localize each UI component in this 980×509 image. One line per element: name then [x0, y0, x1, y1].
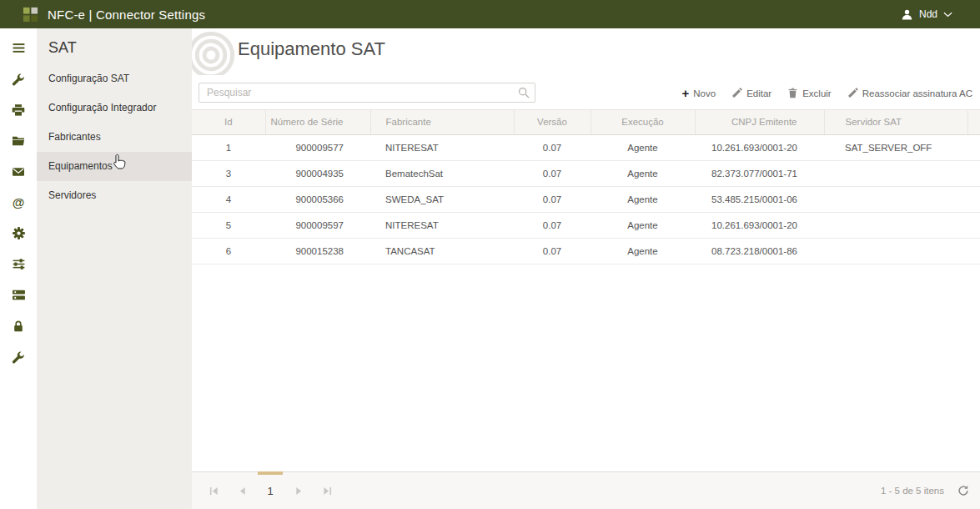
printer-icon[interactable]: [0, 94, 37, 125]
user-name: Ndd: [919, 8, 937, 20]
table-cell: [824, 186, 967, 212]
pager-first-icon[interactable]: [204, 486, 224, 496]
grid-toolbar: + Novo Editar Excluir: [192, 75, 980, 109]
sidebar-item-servidores[interactable]: Servidores: [37, 181, 192, 210]
pager-last-icon[interactable]: [317, 486, 337, 496]
sidebar-item-configuracao-sat[interactable]: Configuração SAT: [37, 64, 192, 93]
new-button-label: Novo: [693, 88, 716, 98]
page-title: Equipamento SAT: [238, 38, 385, 60]
table-cell: 3: [192, 160, 265, 186]
refresh-icon[interactable]: [957, 485, 969, 496]
pager-page-1[interactable]: 1: [260, 485, 280, 497]
column-header-filler: [967, 110, 980, 134]
tools-icon[interactable]: [0, 63, 37, 94]
folder-icon[interactable]: [0, 125, 37, 156]
chevron-down-icon: [943, 12, 952, 18]
table-cell: 1: [192, 134, 265, 160]
table-row[interactable]: 1900009577NITERESAT0.07Agente10.261.693/…: [192, 134, 980, 160]
table-cell: [824, 212, 967, 238]
table-cell: 53.485.215/0001-06: [695, 186, 824, 212]
search-input[interactable]: [199, 83, 535, 103]
delete-button[interactable]: Excluir: [787, 88, 832, 98]
table-cell: 900015238: [265, 238, 370, 264]
table-cell: [824, 160, 967, 186]
sliders-icon[interactable]: [0, 249, 37, 280]
edit-button-label: Editar: [746, 88, 771, 98]
at-icon[interactable]: @: [0, 187, 37, 218]
table-cell-filler: [967, 238, 980, 264]
rings-icon: [192, 29, 237, 75]
table-cell: TANCASAT: [370, 238, 514, 264]
table-cell-filler: [967, 186, 980, 212]
table-cell: [824, 238, 967, 264]
wrench-icon[interactable]: [0, 341, 37, 372]
app-logo-icon: [23, 7, 38, 23]
table-row[interactable]: 5900009597NITERESAT0.07Agente10.261.693/…: [192, 212, 980, 238]
grid-body: 1900009577NITERESAT0.07Agente10.261.693/…: [192, 134, 980, 264]
reassign-signature-button[interactable]: Reassociar assinatura AC: [847, 88, 972, 98]
user-icon: [901, 8, 913, 21]
pager-prev-icon[interactable]: [232, 486, 252, 496]
app-title: NFC-e | Connector Settings: [48, 8, 205, 22]
pencil-icon: [847, 88, 858, 98]
trash-icon: [787, 88, 798, 98]
sidebar-item-fabricantes[interactable]: Fabricantes: [37, 123, 192, 152]
table-cell: BematechSat: [370, 160, 514, 186]
data-grid: IdNúmero de SérieFabricanteVersãoExecuçã…: [192, 109, 980, 471]
table-cell: NITERESAT: [370, 134, 514, 160]
table-cell: 900004935: [265, 160, 370, 186]
column-header-execucao[interactable]: Execução: [591, 110, 695, 134]
sidebar-item-equipamentos[interactable]: Equipamentos: [37, 152, 192, 181]
delete-button-label: Excluir: [802, 88, 832, 98]
table-cell-filler: [967, 134, 980, 160]
pager-info: 1 - 5 de 5 itens: [881, 486, 944, 496]
search-icon[interactable]: [518, 87, 530, 102]
edit-button[interactable]: Editar: [731, 88, 771, 98]
queue-icon[interactable]: [0, 280, 37, 310]
user-menu[interactable]: Ndd: [901, 8, 952, 21]
table-cell: 900009577: [265, 134, 370, 160]
table-cell: 0.07: [514, 238, 591, 264]
table-cell: 08.723.218/0001-86: [695, 238, 824, 264]
edit-pencil-icon: [731, 88, 742, 98]
table-cell: 0.07: [514, 186, 591, 212]
table-cell: 0.07: [514, 160, 591, 186]
column-header-servidor-sat[interactable]: Servidor SAT: [824, 110, 967, 134]
pager: 1 1 - 5 de 5 itens: [192, 471, 980, 509]
table-cell-filler: [967, 160, 980, 186]
table-cell: NITERESAT: [370, 212, 514, 238]
table-cell: 6: [192, 238, 265, 264]
table-cell: Agente: [591, 160, 695, 186]
table-cell-filler: [967, 212, 980, 238]
table-cell: SAT_SERVER_OFF: [824, 134, 967, 160]
table-cell: 10.261.693/0001-20: [695, 212, 824, 238]
menu-icon[interactable]: [0, 33, 37, 63]
table-cell: 4: [192, 186, 265, 212]
grid-header-row: IdNúmero de SérieFabricanteVersãoExecuçã…: [192, 110, 980, 134]
table-cell: Agente: [591, 212, 695, 238]
column-header-numero-de-serie[interactable]: Número de Série: [265, 110, 370, 134]
sidebar-item-configuracao-integrador[interactable]: Configuração Integrador: [37, 93, 192, 123]
table-cell: 900005366: [265, 186, 370, 212]
table-row[interactable]: 4900005366SWEDA_SAT0.07Agente53.485.215/…: [192, 186, 980, 212]
mail-icon[interactable]: [0, 156, 37, 187]
table-row[interactable]: 3900004935BematechSat0.07Agente82.373.07…: [192, 160, 980, 186]
column-header-id[interactable]: Id: [192, 110, 265, 134]
page-header: Equipamento SAT: [192, 28, 980, 75]
sidebar-menu: Configuração SATConfiguração IntegradorF…: [37, 64, 192, 210]
pager-next-icon[interactable]: [289, 486, 309, 496]
gear-icon[interactable]: [0, 218, 37, 249]
column-header-versao[interactable]: Versão: [514, 110, 591, 134]
main-content: Equipamento SAT + Novo: [192, 28, 980, 509]
column-header-fabricante[interactable]: Fabricante: [370, 110, 514, 134]
column-header-cnpj-emitente[interactable]: CNPJ Emitente: [695, 110, 824, 134]
plus-icon: +: [682, 88, 690, 98]
table-cell: Agente: [591, 238, 695, 264]
icon-rail: @: [0, 28, 37, 509]
table-cell: 82.373.077/0001-71: [695, 160, 824, 186]
new-button[interactable]: + Novo: [682, 88, 716, 98]
table-cell: 5: [192, 212, 265, 238]
lock-icon[interactable]: [0, 310, 37, 341]
table-cell: SWEDA_SAT: [370, 186, 514, 212]
table-row[interactable]: 6900015238TANCASAT0.07Agente08.723.218/0…: [192, 238, 980, 264]
